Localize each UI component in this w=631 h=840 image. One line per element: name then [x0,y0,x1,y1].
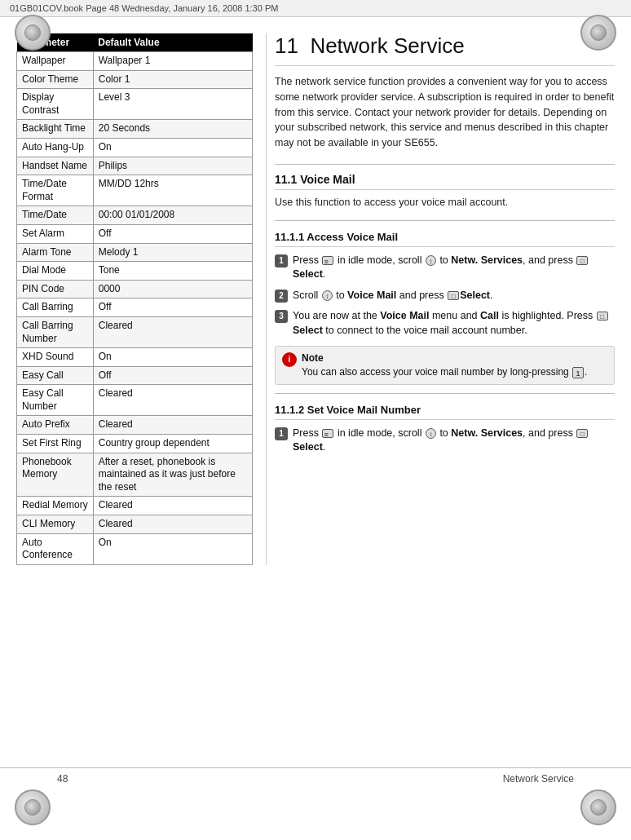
table-cell: Display Contrast [17,89,94,120]
scroll-icon: ↕ [426,255,436,266]
table-cell: Wallpaper 1 [93,52,252,71]
table-cell: Phonebook Memory [17,453,94,497]
note-block: i Note You can also access your voice ma… [275,346,615,385]
key-1-icon: 1 [572,367,584,378]
step-text: Scroll ↕ to Voice Mail and press □Select… [293,289,615,303]
softkey-icon: □ [576,256,588,265]
table-cell: Call Barring [17,298,94,317]
table-cell: Melody 1 [93,243,252,262]
softkey-icon: □ [576,429,588,438]
table-cell: On [93,138,252,157]
table-cell: Set Alarm [17,224,94,243]
menu-icon [322,256,333,265]
table-cell: 20 Seconds [93,120,252,139]
table-cell: Cleared [93,497,252,515]
table-cell: PIN Code [17,280,94,298]
footer: 48 Network Service [0,767,631,785]
table-cell: Cleared [93,515,252,534]
softkey-icon: □ [448,291,459,300]
table-cell: Off [93,366,252,385]
steps-list-11-1-2: 1Press in idle mode, scroll ↕ to Netw. S… [275,427,615,455]
section-11-1-title: 11.1 Voice Mail [275,173,615,190]
scroll-icon: ↕ [322,290,333,301]
table-cell: Set First Ring [17,435,94,453]
table-cell: Handset Name [17,157,94,175]
section-divider-2 [275,220,615,221]
chapter-content: 11 Network Service The network service f… [266,33,615,565]
steps-list-11-1-1: 1Press in idle mode, scroll ↕ to Netw. S… [275,254,615,338]
corner-decoration-br [580,789,616,825]
step-text: Press in idle mode, scroll ↕ to Netw. Se… [293,254,615,282]
note-label: Note [302,352,324,364]
table-cell: Auto Prefix [17,416,94,435]
table-cell: On [93,533,252,564]
table-cell: 0000 [93,280,252,298]
col-value-header: Default Value [93,33,252,52]
scroll-icon: ↕ [426,428,436,439]
table-cell: Alarm Tone [17,243,94,262]
chapter-intro: The network service function provides a … [275,74,615,151]
table-cell: Auto Conference [17,533,94,564]
section-divider-3 [275,393,615,394]
table-cell: 00:00 01/01/2008 [93,206,252,225]
list-item: 2Scroll ↕ to Voice Mail and press □Selec… [275,289,615,303]
chapter-title: 11 Network Service [275,33,615,66]
table-cell: Off [93,224,252,243]
note-icon: i [282,352,297,367]
section-divider-1 [275,164,615,165]
table-cell: On [93,348,252,367]
step-number: 3 [275,310,288,323]
section-11-1-1-title: 11.1.1 Access Voice Mail [275,231,615,247]
header-bar: 01GB01COV.book Page 48 Wednesday, Januar… [0,0,631,17]
table-cell: Cleared [93,316,252,347]
main-content: Parameter Default Value WallpaperWallpap… [0,17,631,581]
note-text: You can also access your voice mail numb… [302,366,587,378]
table-cell: CLI Memory [17,515,94,534]
step-text: You are now at the Voice Mail menu and C… [293,309,615,338]
table-cell: Off [93,298,252,317]
corner-decoration-tr [580,15,616,51]
list-item: 3You are now at the Voice Mail menu and … [275,309,615,338]
step-number: 1 [275,254,288,267]
table-cell: Time/Date Format [17,175,94,206]
list-item: 1Press in idle mode, scroll ↕ to Netw. S… [275,254,615,282]
table-cell: Redial Memory [17,497,94,515]
table-cell: Wallpaper [17,52,94,71]
table-cell: Cleared [93,416,252,435]
step-text: Press in idle mode, scroll ↕ to Netw. Se… [293,427,615,455]
table-cell: Easy Call [17,366,94,385]
table-cell: Philips [93,157,252,175]
table-cell: Color Theme [17,70,94,89]
footer-chapter: Network Service [503,773,574,785]
table-cell: Time/Date [17,206,94,225]
table-cell: After a reset, phonebook is maintained a… [93,453,252,497]
parameter-table-container: Parameter Default Value WallpaperWallpap… [16,33,253,565]
list-item: 1Press in idle mode, scroll ↕ to Netw. S… [275,427,615,455]
section-11-1-2-title: 11.1.2 Set Voice Mail Number [275,404,615,420]
table-cell: Call Barring Number [17,316,94,347]
table-cell: Easy Call Number [17,385,94,416]
table-cell: Dial Mode [17,262,94,281]
menu-icon [322,429,333,438]
note-content: Note You can also access your voice mail… [302,351,587,379]
table-cell: Backlight Time [17,120,94,139]
step-number: 1 [275,427,288,440]
table-cell: Tone [93,262,252,281]
corner-decoration-bl [15,789,51,825]
table-cell: MM/DD 12hrs [93,175,252,206]
table-cell: Auto Hang-Up [17,138,94,157]
table-cell: Country group dependent [93,435,252,453]
table-cell: Level 3 [93,89,252,120]
table-cell: Cleared [93,385,252,416]
corner-decoration-tl [15,15,51,51]
table-cell: Color 1 [93,70,252,89]
header-text: 01GB01COV.book Page 48 Wednesday, Januar… [10,3,278,13]
step-number: 2 [275,290,288,303]
footer-page-number: 48 [57,773,68,785]
parameter-table: Parameter Default Value WallpaperWallpap… [16,33,253,565]
section-11-1-intro: Use this function to access your voice m… [275,195,615,210]
softkey-icon: □ [597,312,608,321]
table-cell: XHD Sound [17,348,94,367]
